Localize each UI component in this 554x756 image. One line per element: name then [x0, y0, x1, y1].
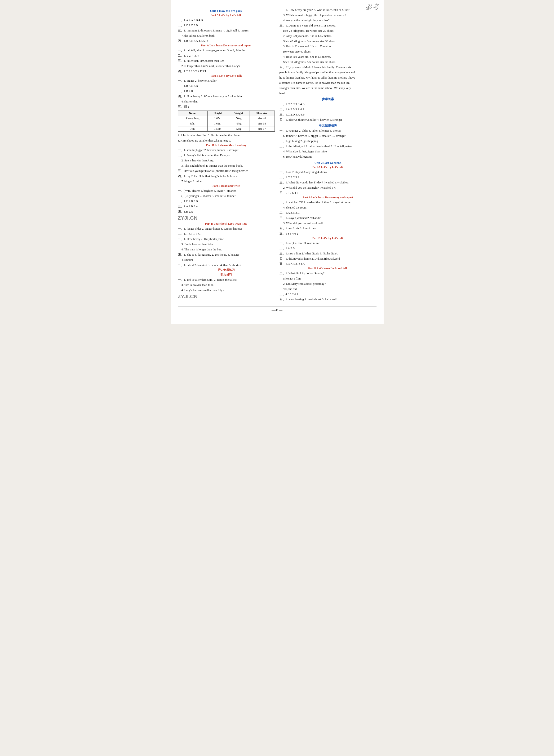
listening-answers: 一、1. Ted is taller than Sam. 2. Ben is t…	[178, 277, 275, 292]
partB-read-write-answers: 一、(一)1. clearer 2. brighter 3. lower 4. …	[178, 188, 275, 214]
unit2-partB-try-title: Part B Let's try Let's talk	[279, 236, 377, 240]
table-row: John 1.61m 45kg size 38	[178, 121, 275, 126]
unit-knowledge-title: 单元知识梳理	[279, 123, 377, 128]
table-header-name: Name	[178, 111, 207, 116]
page-number: — 41 —	[178, 307, 377, 312]
listening-material-title: 听力材料	[178, 273, 275, 277]
partA-try-talk-answers: 一、1.A 2.A 3.B 4.B 二、1.C 2.C 3.B 三、1. mus…	[178, 18, 275, 43]
table-header-height: Height	[207, 111, 228, 116]
unit2-partA-learn-answers: 一、1. watched TV 2. washed the clothes 3.…	[279, 200, 377, 236]
unit2-partB-learn-title: Part B Let's learn Look and talk	[279, 267, 377, 270]
left-column: Unit 1 How tall are you? Part A Let's tr…	[178, 7, 275, 302]
example-table: Name Height Weight Shoe size Zhang Peng …	[178, 111, 275, 131]
partB-check-wrap-title: Part B Let's check Let's wrap it up	[178, 222, 275, 226]
table-header-weight: Weight	[228, 111, 249, 116]
unit2-title: Unit 2 Last weekend	[279, 161, 377, 165]
table-header-shoesize: Shoe size	[250, 111, 275, 116]
unit1-title: Unit 1 How tall are you?	[178, 9, 275, 13]
top-logo: 参考	[366, 2, 379, 11]
partA-try-talk-title: Part A Let's try Let's talk	[178, 13, 275, 17]
right-column: 二、1. How heavy are you? 2. Who is taller…	[279, 7, 377, 302]
ref-answers-title: 参考答案	[279, 97, 377, 101]
unit-knowledge-answers: 一、1. younger 2. older 3. taller 4. longe…	[279, 128, 377, 159]
partB-read-write-title: Part B Read and write	[178, 184, 275, 188]
page: 参考 Unit 1 How tall are you? Part A Let's…	[171, 0, 384, 324]
watermark-1: ZYJI.CN	[178, 215, 275, 221]
right-answers-block: 二、1. How heavy are you? 2. Who is taller…	[279, 8, 377, 96]
unit2-partB-learn-answers: 二、1. What did Lily do last Sunday? She s…	[279, 271, 377, 302]
partA-learn-survey-answers: 一、1. tall,tall,taller 2. younger,younges…	[178, 48, 275, 73]
unit2-partA-learn-title: Part A Let's learn Do a survey and repor…	[279, 196, 377, 199]
partA-learn-survey-title: Part A Let's learn Do a survey and repor…	[178, 44, 275, 47]
partB-learn-match-title: Part B Let's learn Match and say	[178, 144, 275, 147]
watermark-2: ZYJI.CN	[178, 293, 275, 300]
table-row: Zhang Peng 1.65m 50kg size 40	[178, 116, 275, 121]
table-notes: 1. John is taller than Jim. 2. Jim is he…	[178, 133, 275, 143]
ref-answers: 一、1.C 2.C 3.C 4.B 二、1.A 2.B 3.A 4.A 三、1.…	[279, 102, 377, 122]
partB-try-talk-answers: 一、1. bigger 2. heavier 3. taller 二、1.B 2…	[178, 78, 275, 109]
table-row: Jim 1.56m 52kg size 37	[178, 126, 275, 131]
partB-check-wrap-answers: 一、1. longer older 2. bigger hotter 3. su…	[178, 226, 275, 267]
partB-try-talk-title: Part B Let's try Let's talk	[178, 74, 275, 77]
listening-title: 听力专项练习	[178, 268, 275, 272]
partB-learn-match-answers: 一、1. smaller,bigger 2. heavier,thinner 3…	[178, 148, 275, 184]
unit2-partA-try-answers: 一、1. on 2. stayed 3. anything 4. drank 二…	[279, 170, 377, 195]
unit2-partB-try-answers: 一、1. slept 2. meet 3. read 4. see 二、1.A …	[279, 241, 377, 266]
unit2-partA-try-title: Part A Let's try Let's talk	[279, 165, 377, 169]
